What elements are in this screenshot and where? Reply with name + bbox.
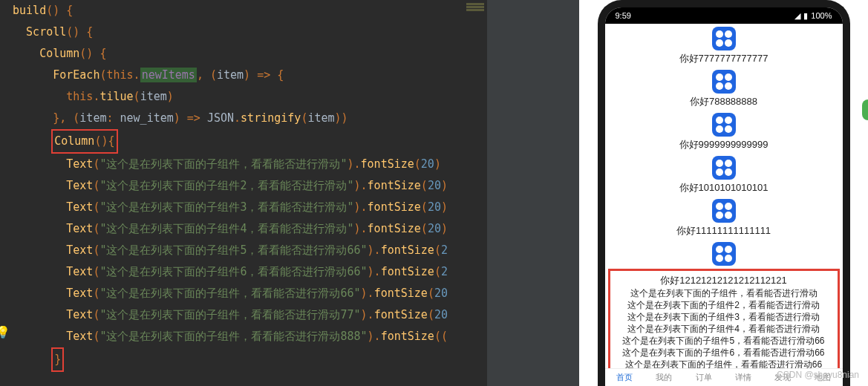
list-item-label: 你好11111111111111 — [605, 224, 843, 238]
nav-home[interactable]: 首页 — [616, 372, 633, 383]
list-item[interactable]: 你好788888888 — [605, 67, 843, 110]
list-item[interactable]: 你好9999999999999 — [605, 110, 843, 153]
app-icon — [712, 242, 736, 266]
list-item-label: 你好9999999999999 — [605, 138, 843, 151]
app-icon — [712, 156, 736, 180]
lightbulb-icon[interactable]: 💡 — [0, 321, 10, 343]
minimap — [466, 3, 484, 12]
signal-icon: ◢ — [794, 11, 800, 21]
sub-text: 这个是在列表下面的子组件，看看能否进行滑动 — [612, 287, 836, 299]
app-icon — [712, 113, 736, 137]
highlight-annotation: 你好12121212121212112121 这个是在列表下面的子组件，看看能否… — [608, 269, 840, 368]
code-line: Text("这个是在列表下面的子组件，看看能否进行滑动888").fontSiz… — [6, 326, 487, 347]
sub-text: 这个是在列表下面的子组件3，看看能否进行滑动 — [612, 311, 836, 323]
code-line: Column() { — [6, 43, 487, 65]
code-line: ForEach(this.newItems, (item) => { — [6, 65, 487, 86]
nav-detail[interactable]: 详情 — [735, 372, 751, 383]
code-line: Text("这个是在列表下面的子组件，看看能否进行滑动66").fontSize… — [6, 283, 487, 304]
list-item[interactable]: 你好1010101010101 — [605, 153, 843, 196]
code-line: Scroll() { — [6, 22, 487, 43]
sub-text: 这个是在列表下面的子组件2，看看能否进行滑动 — [612, 299, 836, 311]
sub-text: 这个是在列表下面的子组件6，看看能否进行滑动66 — [612, 347, 836, 359]
code-line: }, (item: new_item) => JSON.stringify(it… — [6, 108, 487, 129]
list-item[interactable]: 你好11111111111111 — [605, 196, 843, 239]
list-item-label: 你好1010101010101 — [605, 181, 843, 194]
sub-text: 这个是在列表下面的子组件4，看看能否进行滑动 — [612, 323, 836, 335]
notch — [691, 7, 757, 21]
code-line: Text("这个是在列表下面的子组件，看看能否进行滑动77").fontSize… — [6, 304, 487, 326]
code-line: Text("这个是在列表下面的子组件，看看能否进行滑动").fontSize(2… — [6, 154, 487, 175]
code-line: Text("这个是在列表下面的子组件3，看看能否进行滑动").fontSize(… — [6, 197, 487, 218]
code-line: build() { — [6, 0, 487, 22]
code-editor[interactable]: build() { Scroll() { Column() { ForEach(… — [0, 0, 487, 386]
battery-percent: 100% — [811, 11, 832, 20]
app-icon — [712, 199, 736, 223]
preview-panel: 9:59 ◢ ▮ 100% 你好7777777777777你好788888888… — [579, 0, 868, 386]
sub-text: 这个是在列表下面的子组件5，看看能否进行滑动66 — [612, 335, 836, 347]
app-icon — [712, 27, 736, 50]
status-time: 9:59 — [616, 11, 631, 20]
highlight-annotation: Column(){ — [51, 129, 117, 154]
watermark: CSDN @shayu8nian — [777, 370, 859, 380]
code-line: Text("这个是在列表下面的子组件5，看看能否进行滑动66").fontSiz… — [6, 240, 487, 261]
highlight-annotation: } — [51, 347, 64, 372]
list-item[interactable]: 你好7777777777777 — [605, 24, 843, 67]
code-line: Text("这个是在列表下面的子组件4，看看能否进行滑动").fontSize(… — [6, 218, 487, 240]
phone-content[interactable]: 你好7777777777777你好788888888你好999999999999… — [605, 24, 843, 368]
code-line: Column(){ — [6, 129, 487, 154]
code-line: Text("这个是在列表下面的子组件6，看看能否进行滑动66").fontSiz… — [6, 261, 487, 283]
side-indicator — [862, 99, 868, 120]
list-item-label: 你好788888888 — [605, 95, 843, 108]
battery-icon: ▮ — [803, 11, 808, 21]
code-line: this.tilue(item) — [6, 86, 487, 108]
list-item-label: 你好7777777777777 — [605, 52, 843, 65]
nav-orders[interactable]: 订单 — [696, 372, 712, 383]
code-line: Text("这个是在列表下面的子组件2，看看能否进行滑动").fontSize(… — [6, 175, 487, 197]
app-icon — [712, 70, 736, 94]
device-frame: 9:59 ◢ ▮ 100% 你好7777777777777你好788888888… — [598, 0, 850, 386]
nav-mine[interactable]: 我的 — [656, 372, 672, 383]
sub-text: 这个是在列表下面的子组件，看看能否进行滑动66 — [612, 359, 836, 368]
panel-divider — [487, 0, 579, 386]
code-line: } — [6, 347, 487, 372]
list-item-label: 你好12121212121212112121 — [612, 274, 836, 287]
